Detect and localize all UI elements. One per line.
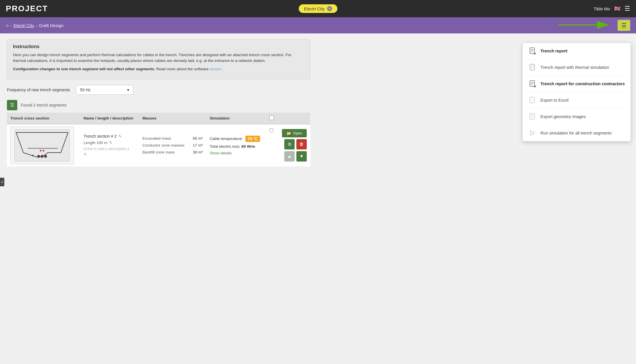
electric-loss-label: Total electric loss:: [210, 144, 240, 149]
length-row: Length 100 m ✎: [84, 140, 136, 145]
close-project-button[interactable]: ×: [327, 6, 332, 11]
breadcrumb-current: Grøft Design: [39, 23, 63, 28]
cable-temp-label: Cable temperature:: [210, 136, 243, 141]
col-actions: [277, 113, 310, 124]
svg-point-8: [37, 155, 40, 158]
app-logo: PROJECT: [6, 4, 48, 13]
row-checkbox-cell: [266, 124, 277, 167]
instructions-body: Here you can design trench segments and …: [13, 52, 304, 64]
chevron-up-icon: ▲: [287, 154, 292, 159]
run-simulation-icon: [528, 129, 537, 137]
breadcrumb: ⌂ › Electri City › Grøft Design: [6, 23, 63, 28]
breadcrumb-menu-icon: ☰: [621, 22, 626, 29]
dropdown-trench-report-label: Trench report: [541, 49, 567, 53]
conductor-value: 17 m³: [193, 143, 203, 147]
frequency-select[interactable]: 50 Hz ▾: [76, 85, 133, 95]
edit-length-icon[interactable]: ✎: [109, 140, 112, 145]
read-more-text: Read more about the software: [156, 67, 210, 71]
svg-marker-15: [534, 53, 536, 54]
electric-loss-row: Total electric loss: 60 W/m: [210, 144, 262, 149]
svg-point-7: [41, 155, 44, 158]
dropdown-thermal-label: Trench report with thermal simulation: [541, 65, 609, 70]
move-action-row: ▲ ▼: [284, 151, 307, 162]
dropdown-item-export-excel[interactable]: Export to Excel: [523, 92, 631, 109]
frequency-value: 50 Hz: [80, 88, 91, 92]
conductor-label: Conductor zone masses: [142, 143, 185, 147]
breadcrumb-electri-city[interactable]: Electri City: [14, 23, 34, 28]
excavated-value: 56 m³: [193, 136, 203, 141]
delete-button[interactable]: 🗑: [296, 139, 307, 149]
table-row: Trench section # 2 ✎ Length 100 m ✎ (Cli…: [7, 124, 310, 167]
breadcrumb-bar: ⌂ › Electri City › Grøft Design ☰: [0, 17, 636, 33]
main-content: Instructions Here you can design trench …: [0, 33, 317, 172]
dropdown-excel-label: Export to Excel: [541, 98, 569, 103]
export-geometry-icon: [528, 113, 537, 121]
conductor-mass-row: Conductor zone masses 17 m³: [142, 142, 203, 149]
col-name-length: Name / length / description: [80, 113, 139, 124]
dropdown-item-trench-report[interactable]: Trench report: [523, 43, 631, 59]
trench-diagram: [13, 128, 71, 163]
select-all-checkbox[interactable]: [269, 115, 274, 120]
user-name: Tilde Mo: [594, 6, 610, 11]
dropdown-item-trench-report-thermal[interactable]: Trench report with thermal simulation: [523, 59, 631, 76]
action-buttons: 📂 Open ⧉ 🗑: [281, 129, 307, 162]
green-arrow-indicator: [555, 19, 613, 32]
dropdown-item-trench-report-construction[interactable]: Trench report for construction contracto…: [523, 76, 631, 92]
table-menu-icon: ☰: [10, 102, 14, 108]
backfill-label: Backfill zone mass: [142, 150, 175, 154]
home-icon[interactable]: ⌂: [6, 23, 9, 28]
dropdown-construction-label: Trench report for construction contracto…: [541, 81, 625, 86]
frequency-row: Frequency of new trench segments 50 Hz ▾: [7, 85, 310, 95]
cable-temperature-row: Cable temperature: 79 °C: [210, 136, 262, 142]
project-badge: Electri City ×: [299, 4, 337, 13]
svg-point-9: [44, 155, 47, 158]
svg-rect-29: [530, 113, 535, 119]
secondary-action-row: ⧉ 🗑: [284, 139, 307, 149]
language-flag[interactable]: 🇬🇧: [614, 5, 620, 12]
svg-point-6: [43, 150, 44, 151]
dropdown-item-export-geometry[interactable]: Export geometry images: [523, 109, 631, 125]
table-header-row: ☰ Found 2 trench segments: [7, 100, 310, 110]
move-up-button[interactable]: ▲: [284, 151, 295, 162]
instructions-box: Instructions Here you can design trench …: [7, 39, 310, 79]
dropdown-menu: Trench report Trench report with thermal…: [522, 43, 631, 141]
dropdown-item-run-simulation[interactable]: Run simulation for all trench segments: [523, 125, 631, 141]
col-checkbox-header: [266, 113, 277, 124]
name-cell: Trench section # 2 ✎ Length 100 m ✎ (Cli…: [80, 124, 139, 167]
edit-name-icon[interactable]: ✎: [118, 134, 122, 139]
description-placeholder[interactable]: (Click to add a description.): [84, 147, 136, 151]
backfill-value: 38 m³: [193, 150, 203, 154]
col-trench-cross-section: Trench cross section: [7, 113, 80, 124]
chevron-down-icon: ▾: [127, 88, 129, 92]
svg-marker-32: [530, 131, 535, 135]
main-menu-button[interactable]: ☰: [624, 5, 630, 12]
table-menu-button[interactable]: ☰: [7, 100, 17, 110]
excavated-label: Excavated mass: [142, 136, 171, 141]
trench-report-construction-icon: [528, 80, 537, 88]
dropdown-geometry-label: Export geometry images: [541, 114, 586, 119]
electric-loss-value: 60 W/m: [241, 144, 255, 149]
frequency-label: Frequency of new trench segments: [7, 88, 70, 92]
show-details-link[interactable]: Show details: [210, 151, 232, 155]
project-name: Electri City: [304, 6, 325, 11]
svg-point-10: [32, 155, 34, 156]
cable-temp-badge: 79 °C: [245, 136, 260, 142]
masses-cell: Excavated mass 56 m³ Conductor zone mass…: [139, 124, 206, 167]
trench-table: Trench cross section Name / length / des…: [7, 113, 310, 167]
backfill-mass-row: Backfill zone mass 38 m³: [142, 149, 203, 156]
instructions-note: Configuration changes to one trench segm…: [13, 66, 304, 72]
assumptions-link[interactable]: assum...: [210, 67, 224, 71]
delete-icon: 🗑: [299, 142, 304, 147]
table-header: Trench cross section Name / length / des…: [7, 113, 310, 124]
dropdown-simulation-label: Run simulation for all trench segments: [541, 131, 612, 135]
breadcrumb-menu-button[interactable]: ☰: [618, 20, 630, 31]
move-down-button[interactable]: ▼: [296, 151, 307, 162]
open-button[interactable]: 📂 Open: [282, 129, 307, 137]
trench-image-cell: [7, 124, 80, 167]
trench-cross-section-image: [10, 127, 74, 164]
instructions-bold-note: Configuration changes to one trench segm…: [13, 67, 155, 71]
copy-button[interactable]: ⧉: [284, 139, 295, 149]
edit-description-icon[interactable]: ✎: [84, 152, 87, 157]
trench-section-name: Trench section # 2: [84, 134, 117, 139]
row-select-checkbox[interactable]: [270, 128, 273, 132]
